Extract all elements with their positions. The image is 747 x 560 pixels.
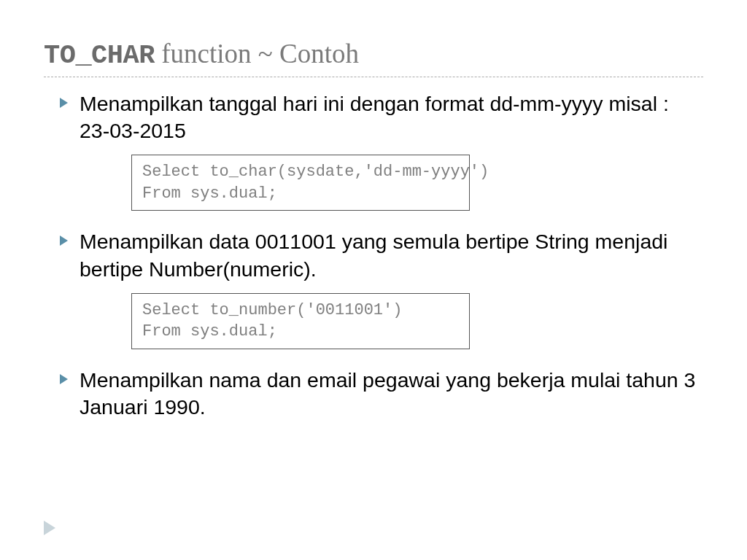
- bullet-text: Menampilkan data 0011001 yang semula ber…: [80, 228, 703, 282]
- code-block: Select to_char(sysdate,'dd-mm-yyyy') Fro…: [131, 155, 470, 211]
- bullet-marker-icon: [60, 236, 68, 246]
- footer-marker-icon: [44, 521, 55, 535]
- bullet-marker-icon: [60, 98, 68, 108]
- code-line: From sys.dual;: [142, 321, 459, 343]
- code-line: From sys.dual;: [142, 183, 459, 205]
- code-line: Select to_char(sysdate,'dd-mm-yyyy'): [142, 161, 459, 183]
- code-line: Select to_number('0011001'): [142, 300, 459, 322]
- bullet-text: Menampilkan tanggal hari ini dengan form…: [80, 90, 703, 144]
- bullet-item: Menampilkan tanggal hari ini dengan form…: [44, 90, 703, 144]
- bullet-marker-icon: [60, 374, 68, 384]
- code-block: Select to_number('0011001') From sys.dua…: [131, 293, 470, 349]
- title-mono: TO_CHAR: [44, 40, 155, 71]
- title-rest: function ~ Contoh: [155, 39, 359, 69]
- bullet-text: Menampilkan nama dan email pegawai yang …: [80, 367, 703, 421]
- bullet-item: Menampilkan data 0011001 yang semula ber…: [44, 228, 703, 282]
- title-divider: [44, 77, 703, 77]
- slide-title: TO_CHAR function ~ Contoh: [44, 38, 703, 71]
- bullet-item: Menampilkan nama dan email pegawai yang …: [44, 367, 703, 421]
